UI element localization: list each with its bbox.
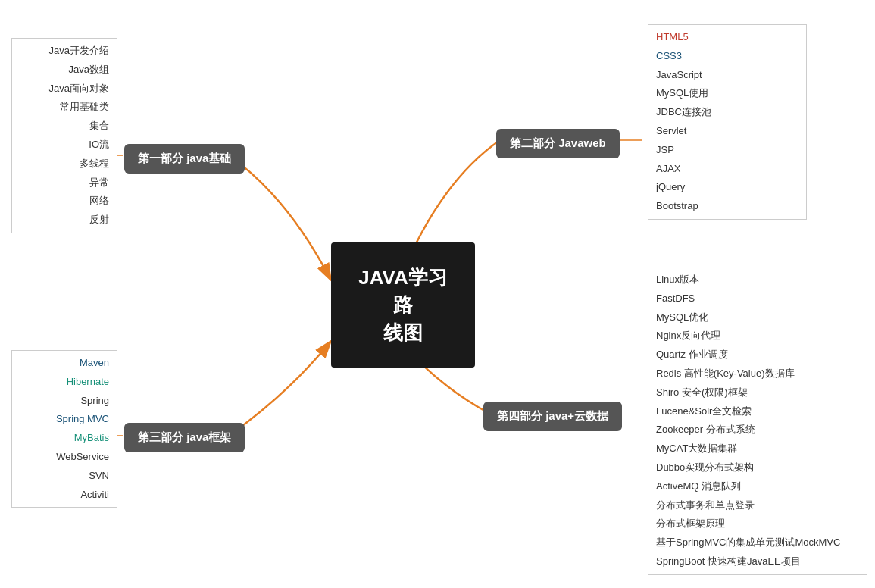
list-item: Dubbo实现分布式架构 <box>656 458 859 477</box>
center-node: JAVA学习路线图 <box>331 242 475 368</box>
list-item: MySQL使用 <box>656 84 798 103</box>
list-item: MyBatis <box>20 429 109 448</box>
list-item: 集合 <box>20 117 109 136</box>
list-item: Zookeeper 分布式系统 <box>656 421 859 439</box>
list-item: 分布式框架原理 <box>656 514 859 533</box>
list-item: HTML5 <box>656 28 798 47</box>
list-item: CSS3 <box>656 47 798 66</box>
list-part1: Java开发介绍 Java数组 Java面向对象 常用基础类 集合 IO流 多线… <box>11 38 117 233</box>
list-item: 反射 <box>20 211 109 230</box>
list-item: Lucene&Solr全文检索 <box>656 402 859 421</box>
list-item: 异常 <box>20 174 109 192</box>
list-item: 基于SpringMVC的集成单元测试MockMVC <box>656 533 859 552</box>
list-item: 分布式事务和单点登录 <box>656 496 859 515</box>
list-item: Shiro 安全(权限)框架 <box>656 383 859 402</box>
list-item: Maven <box>20 354 109 373</box>
list-item: WebService <box>20 448 109 467</box>
list-item: Spring MVC <box>20 410 109 429</box>
list-item: Nginx反向代理 <box>656 327 859 346</box>
list-part4: Linux版本 FastDFS MySQL优化 Nginx反向代理 Quartz… <box>648 267 867 575</box>
list-item: 常用基础类 <box>20 98 109 117</box>
list-item: JDBC连接池 <box>656 103 798 122</box>
list-item: SpringBoot 快速构建JavaEE项目 <box>656 552 859 571</box>
list-item: Quartz 作业调度 <box>656 346 859 364</box>
list-item: JSP <box>656 141 798 160</box>
list-item: Java开发介绍 <box>20 42 109 61</box>
list-item: Linux版本 <box>656 271 859 289</box>
section-part4: 第四部分 java+云数据 <box>483 402 622 431</box>
section-part1: 第一部分 java基础 <box>124 144 245 174</box>
list-item: Hibernate <box>20 373 109 392</box>
list-item: Java面向对象 <box>20 80 109 99</box>
list-part3: Maven Hibernate Spring Spring MVC MyBati… <box>11 350 117 508</box>
list-item: MySQL优化 <box>656 308 859 327</box>
list-item: Bootstrap <box>656 197 798 216</box>
list-item: Servlet <box>656 122 798 141</box>
list-item: AJAX <box>656 160 798 179</box>
list-item: MyCAT大数据集群 <box>656 439 859 458</box>
section-part3: 第三部分 java框架 <box>124 423 245 452</box>
list-item: Redis 高性能(Key-Value)数据库 <box>656 364 859 383</box>
list-item: SVN <box>20 467 109 486</box>
section-part2: 第二部分 Javaweb <box>496 129 620 158</box>
list-item: Java数组 <box>20 61 109 80</box>
list-item: Activiti <box>20 486 109 505</box>
list-item: jQuery <box>656 178 798 197</box>
list-item: FastDFS <box>656 289 859 308</box>
list-item: 网络 <box>20 192 109 211</box>
list-item: 多线程 <box>20 155 109 174</box>
list-item: ActiveMQ 消息队列 <box>656 477 859 496</box>
list-part2: HTML5 CSS3 JavaScript MySQL使用 JDBC连接池 Se… <box>648 24 807 220</box>
list-item: Spring <box>20 392 109 411</box>
list-item: IO流 <box>20 136 109 155</box>
list-item: JavaScript <box>656 66 798 85</box>
